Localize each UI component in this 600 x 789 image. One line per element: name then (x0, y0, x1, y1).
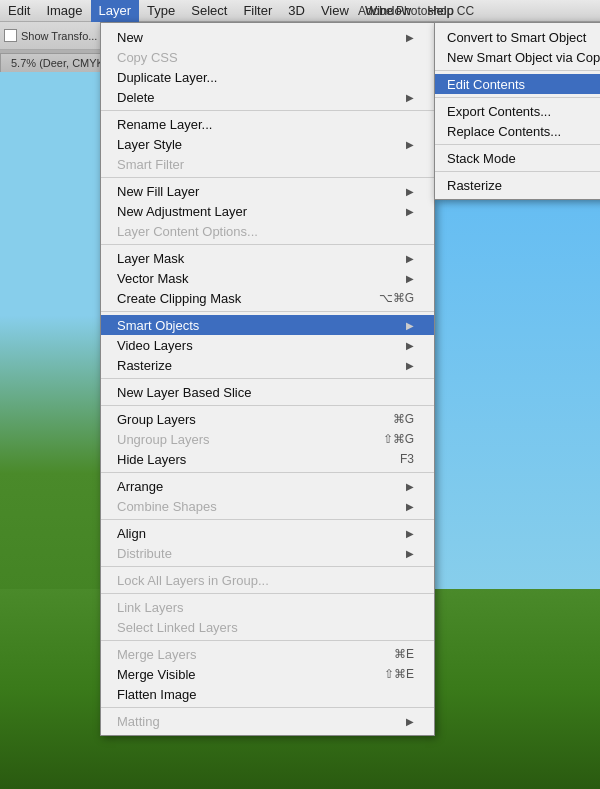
submenu-item-edit-contents[interactable]: Edit Contents ⇧F5 (435, 74, 600, 94)
menu-item-combine-shapes: Combine Shapes ▶ (101, 496, 434, 516)
menu-item-matting-label: Matting (117, 714, 160, 729)
menu-item-smart-objects[interactable]: Smart Objects ▶ (101, 315, 434, 335)
separator-6 (101, 405, 434, 406)
app-title-text: Adobe Photoshop CC (358, 4, 474, 18)
menu-item-new-adjustment-arrow: ▶ (406, 206, 414, 217)
menu-item-arrange[interactable]: Arrange ▶ (101, 476, 434, 496)
menu-item-new-adjustment-label: New Adjustment Layer (117, 204, 247, 219)
menu-item-new-layer-based-slice[interactable]: New Layer Based Slice (101, 382, 434, 402)
menu-item-new-layer-based-slice-label: New Layer Based Slice (117, 385, 251, 400)
menu-item-distribute: Distribute ▶ (101, 543, 434, 563)
menu-3d[interactable]: 3D (280, 0, 313, 22)
menu-bar: Edit Image Layer Type Select Filter 3D V… (0, 0, 600, 22)
menu-item-arrange-arrow: ▶ (406, 481, 414, 492)
separator-5 (101, 378, 434, 379)
menu-image[interactable]: Image (38, 0, 90, 22)
separator-3 (101, 244, 434, 245)
menu-item-matting-arrow: ▶ (406, 716, 414, 727)
menu-item-rename-layer[interactable]: Rename Layer... (101, 114, 434, 134)
menu-type[interactable]: Type (139, 0, 183, 22)
menu-item-vector-mask[interactable]: Vector Mask ▶ (101, 268, 434, 288)
menu-item-layer-mask-arrow: ▶ (406, 253, 414, 264)
menu-item-layer-style-label: Layer Style (117, 137, 182, 152)
submenu-item-edit-contents-label: Edit Contents (447, 77, 525, 92)
separator-9 (101, 566, 434, 567)
submenu-item-export-contents[interactable]: Export Contents... (435, 101, 600, 121)
menu-item-merge-visible-label: Merge Visible (117, 667, 196, 682)
menu-item-delete[interactable]: Delete ▶ (101, 87, 434, 107)
menu-item-hide-layers-shortcut: F3 (400, 452, 414, 466)
menu-item-clipping-mask-shortcut: ⌥⌘G (379, 291, 414, 305)
submenu-separator-2 (435, 97, 600, 98)
menu-item-select-linked-layers: Select Linked Layers (101, 617, 434, 637)
separator-10 (101, 593, 434, 594)
menu-item-group-layers-shortcut: ⌘G (393, 412, 414, 426)
submenu-item-convert-label: Convert to Smart Object (447, 30, 586, 45)
submenu-item-new-smart-object-via-copy[interactable]: New Smart Object via Copy (435, 47, 600, 67)
menu-item-new-fill-layer[interactable]: New Fill Layer ▶ (101, 181, 434, 201)
menu-item-duplicate-layer[interactable]: Duplicate Layer... (101, 67, 434, 87)
menu-filter[interactable]: Filter (235, 0, 280, 22)
menu-item-merge-visible-shortcut: ⇧⌘E (384, 667, 414, 681)
menu-item-layer-mask[interactable]: Layer Mask ▶ (101, 248, 434, 268)
menu-item-layer-content-options: Layer Content Options... (101, 221, 434, 241)
menu-item-matting: Matting ▶ (101, 711, 434, 731)
menu-item-select-linked-layers-label: Select Linked Layers (117, 620, 238, 635)
separator-8 (101, 519, 434, 520)
menu-item-align[interactable]: Align ▶ (101, 523, 434, 543)
menu-item-smart-filter: Smart Filter (101, 154, 434, 174)
menu-item-layer-style-arrow: ▶ (406, 139, 414, 150)
menu-item-clipping-mask-label: Create Clipping Mask (117, 291, 241, 306)
menu-item-video-layers[interactable]: Video Layers ▶ (101, 335, 434, 355)
menu-item-create-clipping-mask[interactable]: Create Clipping Mask ⌥⌘G (101, 288, 434, 308)
separator-2 (101, 177, 434, 178)
menu-item-flatten-image[interactable]: Flatten Image (101, 684, 434, 704)
menu-item-hide-layers[interactable]: Hide Layers F3 (101, 449, 434, 469)
submenu-separator-4 (435, 171, 600, 172)
menu-item-align-arrow: ▶ (406, 528, 414, 539)
menu-item-layer-mask-label: Layer Mask (117, 251, 184, 266)
menu-item-rasterize-arrow: ▶ (406, 360, 414, 371)
menu-item-rasterize-label: Rasterize (117, 358, 172, 373)
menu-item-group-layers[interactable]: Group Layers ⌘G (101, 409, 434, 429)
menu-edit[interactable]: Edit (0, 0, 38, 22)
menu-select[interactable]: Select (183, 0, 235, 22)
menu-item-new-fill-arrow: ▶ (406, 186, 414, 197)
show-transform-checkbox[interactable] (4, 29, 17, 42)
menu-item-delete-arrow: ▶ (406, 92, 414, 103)
app-title: Adobe Photoshop CC (350, 0, 600, 22)
menu-item-layer-content-label: Layer Content Options... (117, 224, 258, 239)
menu-item-copy-css: Copy CSS (101, 47, 434, 67)
menu-item-group-layers-label: Group Layers (117, 412, 196, 427)
menu-item-video-layers-arrow: ▶ (406, 340, 414, 351)
menu-item-lock-all-layers: Lock All Layers in Group... (101, 570, 434, 590)
menu-item-copy-css-label: Copy CSS (117, 50, 178, 65)
menu-item-new-adjustment-layer[interactable]: New Adjustment Layer ▶ (101, 201, 434, 221)
menu-item-combine-shapes-label: Combine Shapes (117, 499, 217, 514)
separator-12 (101, 707, 434, 708)
menu-layer[interactable]: Layer (91, 0, 140, 22)
menu-item-new-fill-label: New Fill Layer (117, 184, 199, 199)
smart-objects-submenu: Convert to Smart Object F5 New Smart Obj… (434, 22, 600, 200)
menu-item-layer-style[interactable]: Layer Style ▶ (101, 134, 434, 154)
menu-item-video-layers-label: Video Layers (117, 338, 193, 353)
menu-item-new-label: New (117, 30, 143, 45)
menu-item-smart-filter-label: Smart Filter (117, 157, 184, 172)
menu-item-new[interactable]: New ▶ (101, 27, 434, 47)
menu-item-duplicate-label: Duplicate Layer... (117, 70, 217, 85)
menu-item-link-layers-label: Link Layers (117, 600, 183, 615)
separator-11 (101, 640, 434, 641)
submenu-item-convert-smart-object[interactable]: Convert to Smart Object F5 (435, 27, 600, 47)
menu-item-vector-mask-arrow: ▶ (406, 273, 414, 284)
menu-item-rasterize[interactable]: Rasterize ▶ (101, 355, 434, 375)
submenu-item-replace-contents[interactable]: Replace Contents... (435, 121, 600, 141)
menu-item-rename-label: Rename Layer... (117, 117, 212, 132)
menu-item-merge-layers-shortcut: ⌘E (394, 647, 414, 661)
submenu-item-rasterize[interactable]: Rasterize ⌥⇧⌘R (435, 175, 600, 195)
menu-item-flatten-image-label: Flatten Image (117, 687, 197, 702)
menu-item-smart-objects-arrow: ▶ (406, 320, 414, 331)
menu-item-ungroup-layers-label: Ungroup Layers (117, 432, 210, 447)
submenu-item-stack-mode[interactable]: Stack Mode ▶ (435, 148, 600, 168)
menu-item-merge-visible[interactable]: Merge Visible ⇧⌘E (101, 664, 434, 684)
separator-7 (101, 472, 434, 473)
